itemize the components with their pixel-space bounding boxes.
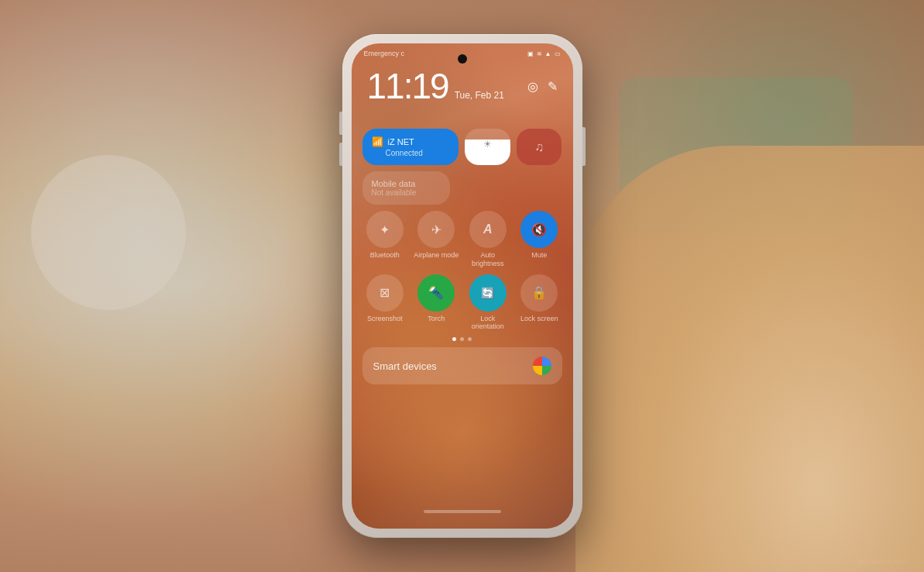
- camera-icon[interactable]: ◎: [527, 79, 538, 94]
- mobile-data-tile[interactable]: Mobile data Not available: [362, 171, 451, 205]
- mobile-row: Mobile data Not available: [362, 171, 562, 205]
- lock-screen-label: Lock screen: [520, 315, 558, 323]
- phone-container: Emergency c ▣ ≋ ▲ ▭ 11:19 Tue, Feb 21 ◎ …: [342, 34, 582, 538]
- bluetooth-icon: ✦: [380, 222, 390, 237]
- torch-icon: 🔦: [428, 285, 444, 300]
- torch-circle: 🔦: [417, 274, 455, 312]
- table-decoration: [31, 155, 186, 310]
- music-icon: ♫: [534, 140, 544, 154]
- dot-1: [452, 337, 456, 341]
- phone-screen: Emergency c ▣ ≋ ▲ ▭ 11:19 Tue, Feb 21 ◎ …: [352, 43, 573, 529]
- date: Tue, Feb 21: [455, 90, 504, 101]
- time-actions: ◎ ✎: [527, 79, 558, 94]
- airplane-toggle[interactable]: ✈ Airplane mode: [414, 211, 459, 268]
- lock-screen-icon: 🔒: [531, 285, 547, 300]
- screenshot-circle: ⊠: [366, 274, 404, 312]
- clock: 11:19: [367, 68, 448, 104]
- emergency-label: Emergency c: [364, 50, 405, 57]
- wifi-status-icon: ▲: [545, 50, 551, 57]
- music-tile[interactable]: ♫: [517, 129, 562, 165]
- status-bar: Emergency c ▣ ≋ ▲ ▭: [364, 50, 561, 57]
- controls-area: 📶 iZ NET Connected ☀ ♫: [362, 129, 562, 384]
- wifi-tile[interactable]: 📶 iZ NET Connected: [362, 129, 459, 165]
- google-home-icon: [533, 357, 551, 375]
- auto-brightness-circle: A: [469, 211, 507, 248]
- auto-brightness-icon: A: [483, 222, 493, 236]
- edit-icon[interactable]: ✎: [548, 79, 558, 94]
- top-row: 📶 iZ NET Connected ☀ ♫: [362, 129, 562, 165]
- mobile-data-label: Mobile data: [372, 179, 441, 188]
- sim-icon: ▣: [527, 50, 534, 57]
- lock-orientation-toggle[interactable]: 🔄 Lock orientation: [465, 274, 511, 332]
- screenshot-icon: ⊠: [380, 285, 390, 300]
- page-dots: [362, 337, 562, 341]
- wifi-network: iZ NET: [388, 137, 414, 146]
- airplane-icon: ✈: [431, 222, 441, 237]
- torch-label: Torch: [428, 315, 445, 323]
- mute-icon: 🔇: [531, 222, 547, 237]
- status-icons: ▣ ≋ ▲ ▭: [527, 50, 561, 57]
- wifi-tile-header: 📶 iZ NET: [372, 136, 450, 147]
- mute-circle: 🔇: [520, 211, 558, 248]
- lock-screen-circle: 🔒: [520, 274, 558, 312]
- bluetooth-toggle[interactable]: ✦ Bluetooth: [362, 211, 408, 268]
- wifi-status: Connected: [386, 149, 450, 157]
- bluetooth-circle: ✦: [366, 211, 404, 248]
- home-indicator: [424, 510, 501, 513]
- torch-toggle[interactable]: 🔦 Torch: [414, 274, 459, 332]
- lock-orientation-icon: 🔄: [481, 287, 494, 299]
- hand-element: [575, 146, 924, 572]
- time-display: 11:19 Tue, Feb 21: [367, 68, 504, 104]
- signal-icon: ≋: [537, 50, 542, 57]
- bluetooth-label: Bluetooth: [370, 251, 400, 260]
- dot-3: [468, 337, 472, 341]
- toggle-row-2: ⊠ Screenshot 🔦 Torch 🔄 Lo: [362, 274, 562, 332]
- toggle-row-1: ✦ Bluetooth ✈ Airplane mode A: [362, 211, 562, 268]
- wifi-icon: 📶: [372, 136, 383, 147]
- brightness-icon: ☀: [483, 139, 492, 150]
- auto-brightness-toggle[interactable]: A Auto brightness: [465, 211, 511, 268]
- phone-body: Emergency c ▣ ≋ ▲ ▭ 11:19 Tue, Feb 21 ◎ …: [342, 34, 582, 538]
- auto-brightness-label: Auto brightness: [465, 251, 511, 268]
- screenshot-toggle[interactable]: ⊠ Screenshot: [362, 274, 408, 332]
- mobile-data-status: Not available: [372, 188, 441, 197]
- smart-devices-label: Smart devices: [373, 360, 437, 372]
- mobile-row-spacer: [456, 171, 562, 205]
- lock-screen-toggle[interactable]: 🔒 Lock screen: [517, 274, 562, 332]
- brightness-slider[interactable]: ☀: [465, 129, 510, 165]
- screenshot-label: Screenshot: [367, 315, 403, 323]
- smart-devices-tile[interactable]: Smart devices: [362, 347, 562, 384]
- time-section: 11:19 Tue, Feb 21 ◎ ✎: [367, 68, 558, 104]
- lock-orientation-circle: 🔄: [469, 274, 507, 312]
- airplane-circle: ✈: [417, 211, 455, 248]
- dot-2: [460, 337, 464, 341]
- airplane-label: Airplane mode: [414, 251, 459, 260]
- volume-down-button[interactable]: [339, 143, 342, 166]
- power-button[interactable]: [582, 127, 586, 166]
- mute-toggle[interactable]: 🔇 Mute: [517, 211, 562, 268]
- lock-orientation-label: Lock orientation: [465, 315, 511, 332]
- mute-label: Mute: [531, 251, 547, 260]
- volume-up-button[interactable]: [339, 112, 342, 135]
- battery-icon: ▭: [555, 50, 561, 57]
